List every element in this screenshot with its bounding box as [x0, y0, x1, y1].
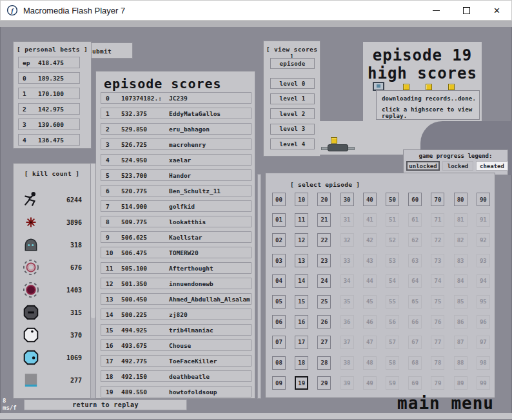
episode-cell-52[interactable]: 52	[386, 233, 399, 247]
episode-cell-60[interactable]: 60	[408, 193, 422, 206]
episode-cell-86[interactable]: 86	[454, 315, 468, 329]
episode-cell-88[interactable]: 88	[454, 356, 468, 370]
episode-cell-12[interactable]: 12	[295, 233, 308, 247]
episode-scores-scrollbar[interactable]	[257, 174, 261, 399]
highscore-row[interactable]: 13500.450Ahmed_Abdullah_Alsalam	[101, 293, 251, 305]
episode-cell-34[interactable]: 34	[340, 274, 354, 288]
episode-cell-01[interactable]: 01	[272, 213, 286, 227]
episode-cell-27[interactable]: 27	[317, 336, 331, 349]
episode-cell-00[interactable]: 00	[272, 193, 286, 206]
episode-cell-06[interactable]: 06	[272, 315, 286, 329]
episode-cell-42[interactable]: 42	[363, 233, 377, 247]
episode-cell-80[interactable]: 80	[454, 193, 468, 206]
episode-cell-70[interactable]: 70	[431, 193, 444, 206]
episode-cell-18[interactable]: 18	[295, 356, 308, 370]
episode-cell-67[interactable]: 67	[408, 336, 422, 349]
episode-cell-17[interactable]: 17	[295, 336, 308, 349]
highscore-row[interactable]: 17492.775ToeFaceKiller	[101, 355, 251, 367]
episode-cell-59[interactable]: 59	[386, 376, 399, 390]
close-button[interactable]: ✕	[482, 0, 512, 21]
view-scores-button-level-4[interactable]: level 4	[270, 138, 315, 149]
highscore-row[interactable]: 3526.725macrohenry	[101, 138, 251, 150]
episode-cell-53[interactable]: 53	[386, 254, 399, 267]
maximize-button[interactable]	[451, 0, 482, 21]
view-scores-button-level-2[interactable]: level 2	[270, 108, 315, 119]
episode-cell-38[interactable]: 38	[340, 356, 354, 370]
episode-cell-21[interactable]: 21	[317, 213, 331, 227]
episode-cell-77[interactable]: 77	[431, 336, 444, 349]
highscore-row[interactable]: 5523.700Handor	[101, 169, 251, 181]
episode-cell-82[interactable]: 82	[454, 233, 468, 247]
episode-cell-72[interactable]: 72	[431, 233, 444, 247]
episode-cell-29[interactable]: 29	[317, 376, 331, 390]
episode-cell-22[interactable]: 22	[317, 233, 331, 247]
episode-cell-69[interactable]: 69	[408, 376, 422, 390]
episode-cell-56[interactable]: 56	[386, 315, 399, 329]
episode-cell-61[interactable]: 61	[408, 213, 422, 227]
episode-cell-31[interactable]: 31	[340, 213, 354, 227]
highscore-row[interactable]: 0107374182.:JC239	[101, 92, 251, 104]
episode-cell-94[interactable]: 94	[477, 274, 490, 288]
episode-cell-49[interactable]: 49	[363, 376, 377, 390]
highscore-row[interactable]: 18492.150deathbeatle	[101, 370, 251, 382]
episode-cell-62[interactable]: 62	[408, 233, 422, 247]
episode-cell-46[interactable]: 46	[363, 315, 377, 329]
episode-cell-44[interactable]: 44	[363, 274, 377, 288]
episode-cell-81[interactable]: 81	[454, 213, 468, 227]
episode-cell-66[interactable]: 66	[408, 315, 422, 329]
episode-cell-32[interactable]: 32	[340, 233, 354, 247]
view-scores-button-level-1[interactable]: level 1	[270, 93, 315, 104]
episode-cell-28[interactable]: 28	[317, 356, 331, 370]
episode-cell-97[interactable]: 97	[477, 336, 490, 349]
episode-cell-85[interactable]: 85	[454, 295, 468, 309]
episode-cell-63[interactable]: 63	[408, 254, 422, 267]
highscore-row[interactable]: 16493.675Chouse	[101, 339, 251, 351]
episode-cell-37[interactable]: 37	[340, 336, 354, 349]
episode-cell-76[interactable]: 76	[431, 315, 444, 329]
episode-cell-13[interactable]: 13	[295, 254, 308, 267]
episode-cell-50[interactable]: 50	[386, 193, 399, 206]
highscore-row[interactable]: 1532.375EddyMataGallos	[101, 108, 251, 119]
highscore-row[interactable]: 8509.775lookatthis	[101, 216, 251, 227]
highscore-row[interactable]: 6520.775Ben_Schultz_11	[101, 185, 251, 196]
episode-cell-20[interactable]: 20	[317, 193, 331, 206]
episode-cell-15[interactable]: 15	[295, 295, 308, 309]
episode-cell-14[interactable]: 14	[295, 274, 308, 288]
highscore-row[interactable]: 2529.850eru_bahagon	[101, 123, 251, 135]
episode-cell-96[interactable]: 96	[477, 315, 490, 329]
episode-cell-73[interactable]: 73	[431, 254, 444, 267]
episode-cell-91[interactable]: 91	[477, 213, 490, 227]
episode-cell-93[interactable]: 93	[477, 254, 490, 267]
highscore-row[interactable]: 10506.475TOMERW20	[101, 247, 251, 258]
minimize-button[interactable]	[421, 0, 451, 21]
episode-cell-09[interactable]: 09	[272, 376, 286, 390]
episode-cell-74[interactable]: 74	[431, 274, 444, 288]
episode-cell-41[interactable]: 41	[363, 213, 377, 227]
episode-cell-26[interactable]: 26	[317, 315, 331, 329]
highscore-row[interactable]: 14500.225zj820	[101, 309, 251, 320]
episode-cell-30[interactable]: 30	[340, 193, 354, 206]
episode-cell-16[interactable]: 16	[295, 315, 308, 329]
episode-cell-83[interactable]: 83	[454, 254, 468, 267]
episode-cell-51[interactable]: 51	[386, 213, 399, 227]
highscore-row[interactable]: 15494.925trib4lmaniac	[101, 324, 251, 336]
episode-cell-87[interactable]: 87	[454, 336, 468, 349]
episode-cell-24[interactable]: 24	[317, 274, 331, 288]
episode-cell-36[interactable]: 36	[340, 315, 354, 329]
highscore-row[interactable]: 19489.550howtofoldsoup	[101, 386, 251, 397]
highscore-row[interactable]: 9506.625Kaellstar	[101, 231, 251, 243]
episode-cell-33[interactable]: 33	[340, 254, 354, 267]
highscore-row[interactable]: 12501.350innuendonewb	[101, 278, 251, 289]
episode-cell-84[interactable]: 84	[454, 274, 468, 288]
episode-cell-75[interactable]: 75	[431, 295, 444, 309]
episode-cell-11[interactable]: 11	[295, 213, 308, 227]
episode-cell-68[interactable]: 68	[408, 356, 422, 370]
view-scores-button-level-3[interactable]: level 3	[270, 124, 315, 135]
episode-cell-65[interactable]: 65	[408, 295, 422, 309]
episode-cell-92[interactable]: 92	[477, 233, 490, 247]
view-scores-button-episode[interactable]: episode	[270, 58, 315, 69]
main-menu-button[interactable]: main menu	[397, 394, 494, 413]
episode-cell-45[interactable]: 45	[363, 295, 377, 309]
episode-cell-64[interactable]: 64	[408, 274, 422, 288]
episode-cell-03[interactable]: 03	[272, 254, 286, 267]
